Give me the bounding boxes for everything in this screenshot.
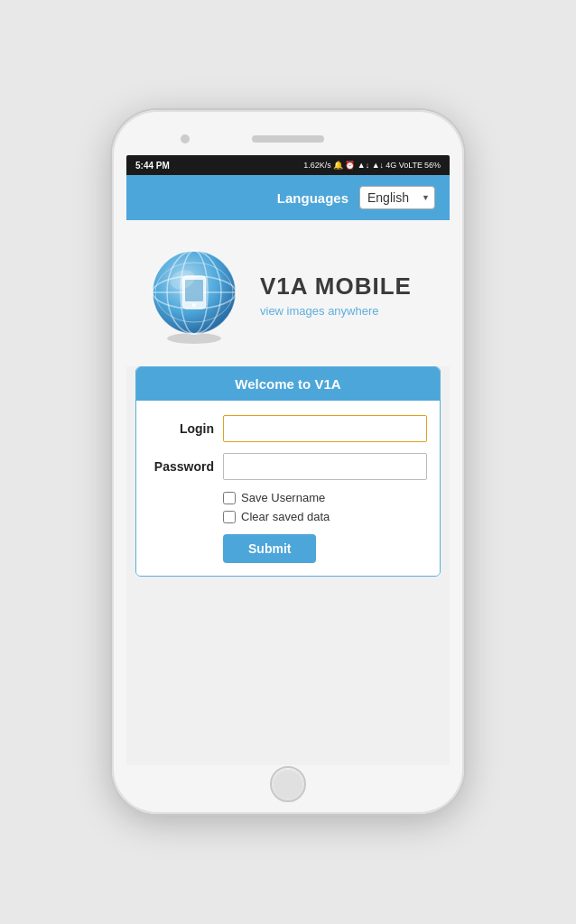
login-input[interactable] <box>223 415 427 442</box>
status-bar: 5:44 PM 1.62K/s 🔔 ⏰ ▲↓ ▲↓ 4G VoLTE 56% <box>126 155 450 175</box>
svg-point-10 <box>192 303 196 307</box>
phone-top-hardware <box>126 126 450 152</box>
globe-icon <box>144 245 244 345</box>
status-battery: 56% <box>424 161 441 170</box>
login-row: Login <box>149 415 427 442</box>
password-row: Password <box>149 453 427 480</box>
login-card-title: Welcome to V1A <box>235 376 340 392</box>
speaker <box>252 135 324 143</box>
language-select[interactable]: English Spanish French German Chinese <box>359 186 435 209</box>
front-camera <box>181 134 190 143</box>
login-card-body: Login Password Save Username Cl <box>136 401 440 576</box>
phone-bottom <box>126 771 450 798</box>
password-label: Password <box>149 459 214 474</box>
phone-screen: 5:44 PM 1.62K/s 🔔 ⏰ ▲↓ ▲↓ 4G VoLTE 56% L… <box>126 155 450 765</box>
login-label: Login <box>149 421 214 436</box>
clear-saved-data-row: Clear saved data <box>223 510 427 523</box>
login-card: Welcome to V1A Login Password Save U <box>135 366 441 577</box>
submit-button[interactable]: Submit <box>223 534 316 563</box>
app-name: V1A MOBILE <box>260 273 412 300</box>
status-network: 4G VoLTE <box>386 161 423 170</box>
checkboxes-group: Save Username Clear saved data <box>223 491 427 523</box>
save-username-row: Save Username <box>223 491 427 504</box>
status-speed: 1.62K/s <box>303 161 331 170</box>
app-title-area: V1A MOBILE view images anywhere <box>260 273 412 318</box>
logo-area: V1A MOBILE view images anywhere <box>126 220 450 366</box>
language-selector-wrapper[interactable]: English Spanish French German Chinese <box>359 186 435 209</box>
languages-bar: Languages English Spanish French German … <box>126 175 450 220</box>
app-tagline: view images anywhere <box>260 304 412 318</box>
clear-saved-data-checkbox[interactable] <box>223 511 236 523</box>
save-username-checkbox[interactable] <box>223 492 236 504</box>
home-button[interactable] <box>270 766 306 802</box>
status-icons: 🔔 ⏰ ▲↓ ▲↓ <box>333 161 384 170</box>
password-input[interactable] <box>223 453 427 480</box>
languages-label: Languages <box>277 190 348 206</box>
status-time: 5:44 PM <box>135 161 170 171</box>
submit-row: Submit <box>223 534 427 563</box>
svg-point-0 <box>167 333 221 344</box>
clear-saved-data-label: Clear saved data <box>241 510 330 523</box>
save-username-label: Save Username <box>241 491 325 504</box>
login-card-header: Welcome to V1A <box>136 367 440 401</box>
status-indicators: 1.62K/s 🔔 ⏰ ▲↓ ▲↓ 4G VoLTE 56% <box>303 161 441 170</box>
phone-frame: 5:44 PM 1.62K/s 🔔 ⏰ ▲↓ ▲↓ 4G VoLTE 56% L… <box>112 110 464 814</box>
